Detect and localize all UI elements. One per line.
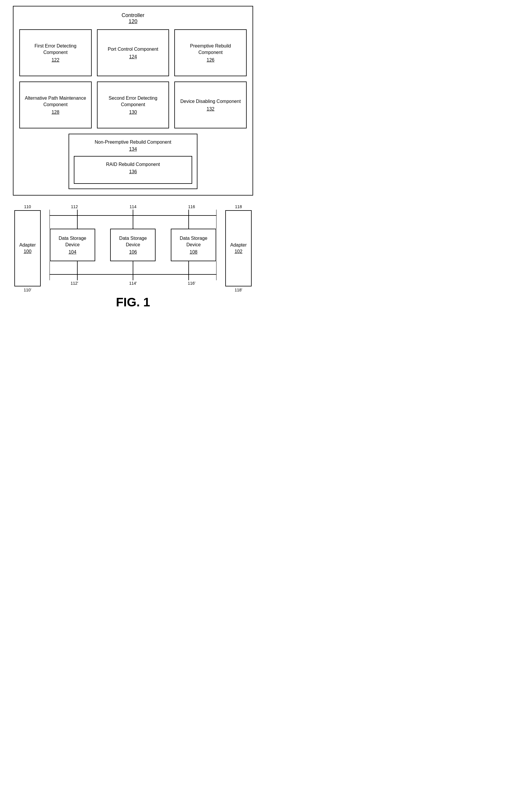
storage-bottom-ref-2: 116'	[188, 281, 195, 286]
storage-num-108: 108	[190, 250, 197, 255]
adapter-left-box: Adapter 100	[14, 210, 41, 287]
component-num-122: 122	[52, 57, 59, 63]
storage-box-106: Data Storage Device 106	[110, 229, 155, 261]
storage-box-108: Data Storage Device 108	[171, 229, 216, 261]
controller-box: Controller 120 First Error Detecting Com…	[13, 6, 253, 196]
component-box-130: Second Error Detecting Component 130	[97, 81, 169, 128]
adapter-right-label: Adapter	[230, 242, 247, 248]
storage-top-ref-1: 114	[130, 204, 136, 209]
left-adapter-col: 110 Adapter 100 110'	[13, 204, 42, 292]
component-num-132: 132	[207, 106, 214, 112]
adapter-left-bottom-ref: 110'	[24, 288, 31, 292]
controller-title: Controller	[19, 12, 247, 18]
fig-label: FIG. 1	[116, 295, 150, 309]
component-grid-row1: First Error Detecting Component 122 Port…	[19, 29, 247, 76]
adapter-right-bottom-ref: 118'	[235, 288, 242, 292]
component-box-126: Preemptive Rebuild Component 126	[174, 29, 247, 76]
adapter-right-top-ref: 118	[235, 204, 242, 209]
component-grid-row2: Alternative Path Maintenance Component 1…	[19, 81, 247, 128]
component-box-122: First Error Detecting Component 122	[19, 29, 92, 76]
storage-label-104: Data Storage Device	[53, 235, 92, 248]
controller-label: Controller 120	[19, 12, 247, 25]
adapter-left-label: Adapter	[19, 242, 36, 248]
component-label-126: Preemptive Rebuild Component	[178, 43, 243, 56]
component-num-130: 130	[129, 110, 137, 115]
component-num-124: 124	[129, 54, 137, 59]
component-label-122: First Error Detecting Component	[23, 43, 88, 56]
storage-top-ref-0: 112	[71, 204, 78, 209]
non-preemptive-num: 134	[74, 147, 192, 152]
component-box-128: Alternative Path Maintenance Component 1…	[19, 81, 92, 128]
middle-section: 112 114 116	[42, 204, 224, 292]
non-preemptive-box: Non-Preemptive Rebuild Component 134 RAI…	[69, 134, 197, 189]
diagram-container: Controller 120 First Error Detecting Com…	[7, 6, 259, 309]
component-box-124: Port Control Component 124	[97, 29, 169, 76]
component-num-128: 128	[52, 110, 59, 115]
raid-box: RAID Rebuild Component 136	[74, 156, 192, 184]
component-label-132: Device Disabling Component	[180, 98, 241, 105]
adapter-right-num: 102	[235, 249, 243, 254]
adapter-left-top-ref: 110	[24, 204, 31, 209]
storage-bottom-ref-0: 112'	[71, 281, 78, 286]
adapter-left-num: 100	[24, 249, 32, 254]
storage-box-104: Data Storage Device 104	[50, 229, 95, 261]
component-label-124: Port Control Component	[108, 46, 158, 53]
storage-top-ref-2: 116	[188, 204, 195, 209]
storage-label-108: Data Storage Device	[174, 235, 213, 248]
controller-number: 120	[19, 18, 247, 25]
right-adapter-col: 118 Adapter 102 118'	[224, 204, 253, 292]
component-label-128: Alternative Path Maintenance Component	[23, 95, 88, 108]
raid-num: 136	[78, 169, 188, 175]
component-box-132: Device Disabling Component 132	[174, 81, 247, 128]
lower-wrapper: 110 Adapter 100 110' 112 114 116	[13, 204, 253, 292]
component-label-130: Second Error Detecting Component	[101, 95, 165, 108]
bottom-refs-row: 112' 114' 116'	[42, 281, 224, 286]
component-num-126: 126	[207, 57, 214, 63]
storage-label-106: Data Storage Device	[114, 235, 152, 248]
storage-bottom-ref-1: 114'	[129, 281, 137, 286]
storage-num-106: 106	[129, 250, 137, 255]
bottom-connectors-svg	[50, 261, 216, 280]
top-connectors-svg	[50, 209, 216, 229]
raid-label: RAID Rebuild Component	[78, 161, 188, 168]
storage-devices-row: Data Storage Device 104 Data Storage Dev…	[42, 229, 224, 261]
storage-num-104: 104	[69, 250, 76, 255]
adapter-right-box: Adapter 102	[225, 210, 252, 287]
top-refs-row: 112 114 116	[42, 204, 224, 209]
non-preemptive-label: Non-Preemptive Rebuild Component	[74, 139, 192, 145]
